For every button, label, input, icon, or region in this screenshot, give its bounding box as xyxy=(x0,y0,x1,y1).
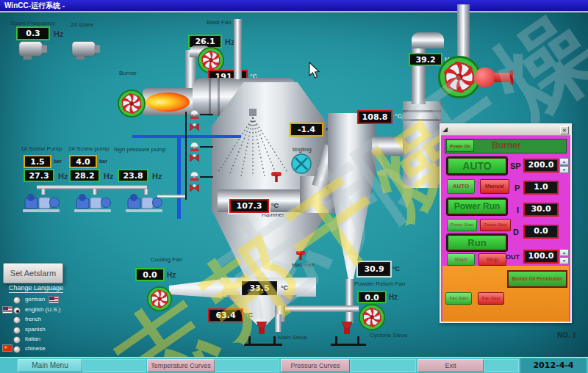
main-sieve-label: Main Sieve xyxy=(278,334,307,341)
exhaust-silencer xyxy=(403,101,441,188)
tingting-valve-label: tingting xyxy=(293,146,312,153)
radio-french[interactable] xyxy=(13,316,21,324)
powder-return-fan-label: Powder Return Fan xyxy=(354,280,405,287)
burner-fan-icon xyxy=(118,90,146,117)
stop-button[interactable]: Stop xyxy=(478,253,506,266)
control-valve-icon[interactable] xyxy=(189,123,200,131)
valve-branch-line xyxy=(200,146,213,148)
language-option-german[interactable]: german xyxy=(25,296,45,303)
toolbar-segment xyxy=(350,359,416,372)
hp-pump-freq-display: 23.8 xyxy=(118,169,148,182)
sieve-stand-base xyxy=(244,344,282,346)
sp-spinner[interactable]: ▲ ▼ xyxy=(559,158,569,173)
tower-pressure-display: -1.4 xyxy=(290,123,323,137)
radio-german[interactable] xyxy=(13,297,21,304)
spare2-label: 2# spare xyxy=(71,21,93,28)
auto-mode-button[interactable]: AUTO xyxy=(447,157,507,175)
start-button[interactable]: Start xyxy=(447,253,475,266)
cyclone-sieve-label: Cyclone Sieve xyxy=(370,332,407,338)
panel-close-button[interactable]: ✕ xyxy=(560,126,569,134)
sp-label: SP xyxy=(510,162,521,170)
hp-pump-label: high pressure pump xyxy=(114,146,166,153)
cyclone-inlet-temp-display: 108.8 xyxy=(357,110,392,124)
burner-panel-window: ◢ ✕ Power On Burner AUTO SP 200.0 ▲ ▼ AU… xyxy=(440,123,572,323)
burner-flame xyxy=(146,93,190,112)
butterfly-valve-icon[interactable] xyxy=(291,153,312,174)
pump1-label: 1# Screw Pump xyxy=(21,145,62,152)
bed-temp-unit: °C xyxy=(281,284,288,291)
pressure-curves-button[interactable]: Pressure Curves xyxy=(281,359,350,372)
pump1-freq-unit: Hz xyxy=(58,172,68,181)
spray-nozzle-icon xyxy=(212,109,295,179)
p-field[interactable]: 1.0 xyxy=(523,181,559,195)
d-field[interactable]: 0.0 xyxy=(523,225,559,239)
screw-pump-2-icon xyxy=(74,191,112,213)
powder-return-pipe xyxy=(285,305,359,312)
valve-header-line xyxy=(185,112,187,200)
manual-button[interactable]: Manual xyxy=(480,179,509,194)
cooling-fan-display: 0.0 xyxy=(135,268,165,281)
cyclone-hopper-temp-display: 30.9 xyxy=(358,262,390,276)
control-valve-icon[interactable] xyxy=(189,153,200,162)
out-field[interactable]: 100.0 xyxy=(523,250,559,264)
hammer-icon[interactable] xyxy=(270,170,282,182)
hammer-2-label: Hammer xyxy=(292,261,315,268)
fan-start-button[interactable]: Fan Start xyxy=(445,292,472,305)
fan-stop-button[interactable]: Fan Stop xyxy=(478,292,504,305)
out-label: OUT xyxy=(506,253,520,261)
radio-english[interactable] xyxy=(13,307,21,314)
product-temp-display: 63.4 xyxy=(208,308,243,322)
language-option-french[interactable]: french xyxy=(25,316,41,322)
out-spinner[interactable]: ▲ ▼ xyxy=(559,249,569,264)
silencer-flange xyxy=(403,110,441,112)
dome-valve-icon[interactable] xyxy=(189,142,200,151)
radio-spanish[interactable] xyxy=(13,327,21,334)
exhaust-stack-pipe xyxy=(457,4,470,59)
window-title-bar[interactable]: WinCC-运行系统 - xyxy=(0,0,588,12)
cyclone-drop-pipe xyxy=(345,279,354,323)
window-title: WinCC-运行系统 - xyxy=(4,1,65,10)
burner-oil-permission-button[interactable]: Burner Oil Permission xyxy=(507,270,567,288)
hammer-2-icon[interactable] xyxy=(295,250,306,260)
out-spin-down-icon: ▼ xyxy=(559,257,569,264)
cyclone-outlet-pipe xyxy=(372,137,404,156)
powder-return-fan-unit: Hz xyxy=(389,293,398,301)
pump2-pressure-display: 4.0 xyxy=(69,155,97,168)
power-run-button[interactable]: Power Run xyxy=(447,198,507,215)
dome-valve-icon[interactable] xyxy=(189,109,200,119)
panel-header: Power On Burner xyxy=(445,139,567,153)
change-language-label: Change Language xyxy=(9,284,63,293)
radio-italian[interactable] xyxy=(13,336,21,344)
i-field[interactable]: 30.0 xyxy=(523,203,559,217)
language-option-italian[interactable]: italian xyxy=(25,336,40,342)
set-alarm-button[interactable]: Set Aetslarm xyxy=(3,263,63,283)
radio-chinese[interactable] xyxy=(13,346,21,353)
spare-motor-icon xyxy=(18,39,49,61)
power-start-button[interactable]: Power Start xyxy=(447,219,477,231)
pump2-pressure-unit: bar xyxy=(99,159,107,164)
main-sieve-valve-icon[interactable] xyxy=(254,322,269,335)
cooling-fan-icon xyxy=(147,286,172,311)
exit-button[interactable]: Exit xyxy=(417,359,484,372)
spare-frequency-unit: Hz xyxy=(54,29,63,38)
cyclone-sieve-valve-icon[interactable] xyxy=(340,322,354,335)
power-stop-button[interactable]: Power Stop xyxy=(480,219,511,231)
powder-return-fan-icon xyxy=(359,304,385,330)
toolbar-segment xyxy=(215,359,279,372)
auto-button[interactable]: AUTO xyxy=(447,179,475,194)
hp-pump-freq-unit: Hz xyxy=(152,172,162,181)
toolbar-segment xyxy=(82,359,146,372)
unit-number-label: NO. 1 xyxy=(557,331,576,339)
run-button[interactable]: Run xyxy=(447,234,507,251)
dome-valve-icon[interactable] xyxy=(189,171,200,181)
control-valve-icon[interactable] xyxy=(189,184,200,192)
panel-title-bar[interactable]: ◢ ✕ xyxy=(441,125,570,136)
main-menu-button[interactable]: Main Menu xyxy=(18,359,82,372)
out-spin-up-icon: ▲ xyxy=(559,249,569,256)
language-option-spanish[interactable]: spanish xyxy=(25,326,46,333)
language-option-english[interactable]: english (U.S.) xyxy=(25,306,60,313)
tower-outlet-temp-display: 107.3 xyxy=(229,199,269,213)
temperature-curves-button[interactable]: Temperature Curves xyxy=(147,359,215,372)
sp-field[interactable]: 200.0 xyxy=(523,159,559,173)
language-option-chinese[interactable]: chinese xyxy=(25,345,46,352)
